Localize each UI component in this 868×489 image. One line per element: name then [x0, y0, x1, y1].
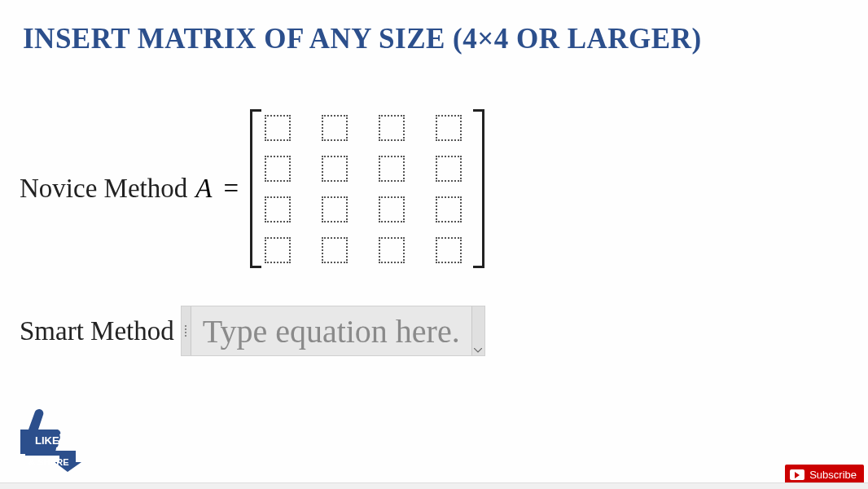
matrix-grid [261, 110, 473, 268]
matrix-cell[interactable] [436, 196, 462, 222]
matrix-cell[interactable] [436, 237, 462, 263]
share-text: & SHARE [28, 457, 69, 467]
matrix-cell[interactable] [265, 156, 291, 182]
equation-dropdown[interactable] [471, 306, 484, 355]
status-bar [0, 482, 868, 489]
like-text: LIKE [35, 434, 59, 447]
chevron-down-icon [474, 348, 482, 353]
page-title: INSERT MATRIX OF ANY SIZE (4×4 OR LARGER… [0, 0, 868, 55]
matrix-cell[interactable] [379, 156, 405, 182]
equation-handle[interactable] [182, 306, 191, 355]
novice-method-row: Novice Method A = [0, 104, 868, 273]
matrix-cell[interactable] [436, 115, 462, 141]
subscribe-label: Subscribe [809, 469, 857, 481]
equals-sign: = [223, 174, 239, 204]
thumbs-up-icon [28, 409, 60, 454]
matrix-variable: A [195, 174, 212, 204]
matrix-cell[interactable] [265, 115, 291, 141]
matrix-cell[interactable] [322, 156, 348, 182]
matrix-cell[interactable] [322, 196, 348, 222]
bracket-left [250, 109, 261, 268]
matrix-cell[interactable] [265, 237, 291, 263]
matrix-cell[interactable] [265, 196, 291, 222]
matrix-cell[interactable] [322, 115, 348, 141]
equation-placeholder[interactable]: Type equation here. [191, 306, 471, 355]
smart-method-row: Smart Method Type equation here. [0, 306, 868, 356]
youtube-play-icon [790, 469, 804, 480]
matrix-cell[interactable] [379, 237, 405, 263]
novice-label: Novice Method [20, 174, 187, 204]
matrix-4x4[interactable] [250, 104, 484, 273]
smart-label: Smart Method [20, 316, 174, 346]
matrix-cell[interactable] [379, 115, 405, 141]
like-share-badge[interactable]: LIKE & SHARE [4, 403, 81, 473]
equation-editor[interactable]: Type equation here. [181, 306, 485, 356]
bracket-right [473, 109, 484, 268]
matrix-cell[interactable] [379, 196, 405, 222]
thumb-wrist [20, 430, 28, 454]
matrix-cell[interactable] [436, 156, 462, 182]
matrix-cell[interactable] [322, 237, 348, 263]
